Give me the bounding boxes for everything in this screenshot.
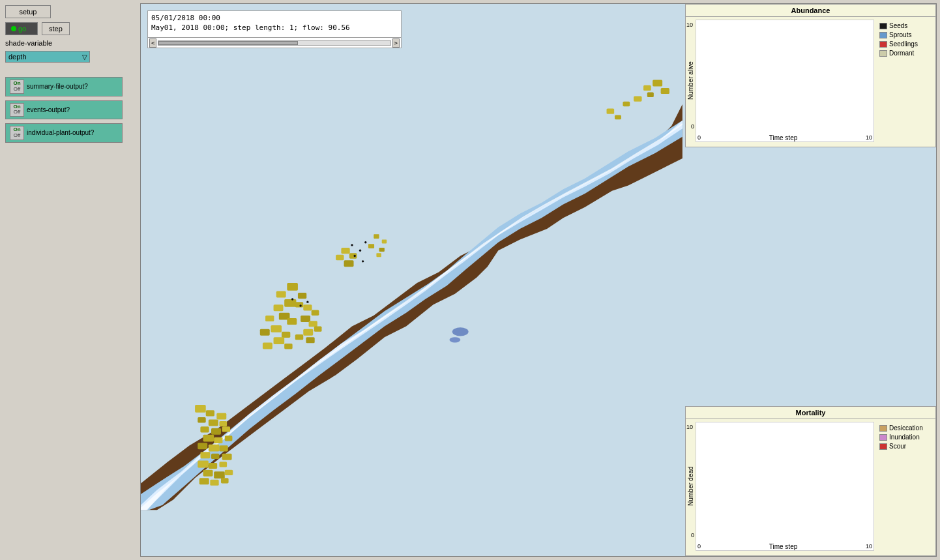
svg-rect-12 (623, 102, 630, 106)
sprouts-label: Sprouts (889, 31, 911, 38)
svg-rect-40 (216, 413, 226, 419)
svg-point-74 (351, 244, 353, 246)
mortality-chart-body: Number dead 10 0 0 Time step 10 Desiccat… (686, 419, 935, 553)
abundance-y-max: 10 (686, 22, 693, 28)
svg-rect-64 (221, 478, 229, 483)
legend-item-dormant: Dormant (879, 50, 933, 57)
main-visualization-area: 05/01/2018 00:00 May01, 2018 00:00; step… (140, 3, 937, 557)
svg-point-78 (362, 260, 364, 262)
svg-rect-46 (222, 426, 230, 432)
setup-button[interactable]: setup (5, 5, 51, 18)
svg-rect-10 (647, 93, 654, 97)
svg-rect-69 (374, 234, 379, 239)
individual-toggle-indicator: On Off (10, 126, 24, 140)
svg-point-6 (450, 337, 461, 342)
abundance-chart-title: Abundance (686, 5, 935, 17)
svg-point-5 (452, 327, 469, 336)
svg-rect-31 (312, 310, 319, 316)
svg-rect-49 (225, 435, 233, 441)
shade-select-wrapper[interactable]: depthvelocitynone (5, 51, 90, 63)
svg-rect-60 (214, 471, 225, 479)
svg-point-80 (299, 304, 301, 306)
inundation-color (879, 434, 887, 441)
summary-file-output-toggle[interactable]: On Off summary-file-output? (5, 77, 123, 96)
go-indicator (11, 26, 16, 31)
legend-item-seeds: Seeds (879, 22, 933, 29)
legend-item-desiccation: Desiccation (879, 424, 933, 432)
svg-rect-50 (198, 443, 207, 449)
svg-point-77 (354, 255, 356, 257)
seeds-label: Seeds (889, 22, 907, 29)
svg-rect-7 (653, 80, 662, 87)
inundation-label: Inundation (889, 434, 920, 441)
river-map (141, 4, 685, 556)
svg-rect-38 (195, 405, 206, 413)
svg-rect-9 (661, 88, 669, 94)
step-button[interactable]: step (42, 22, 70, 35)
desiccation-label: Desiccation (889, 424, 923, 432)
svg-rect-57 (209, 463, 217, 469)
desiccation-color (879, 425, 887, 432)
svg-rect-18 (284, 299, 296, 307)
svg-rect-45 (211, 428, 221, 435)
svg-rect-47 (203, 435, 214, 442)
abundance-y-min: 0 (691, 123, 694, 130)
abundance-chart-body: Number alive 10 0 0 Time step 10 Seeds S… (686, 17, 935, 145)
mortality-x-axis: 0 Time step 10 (696, 543, 874, 550)
mortality-y-max: 10 (686, 424, 693, 430)
scour-color (879, 443, 887, 450)
abundance-legend: Seeds Sprouts Seedlings Dormant (877, 17, 935, 145)
dormant-color (879, 50, 887, 57)
svg-rect-26 (260, 329, 270, 336)
svg-rect-68 (344, 260, 354, 267)
svg-rect-54 (211, 454, 219, 459)
svg-rect-43 (219, 421, 227, 426)
svg-point-75 (359, 250, 361, 252)
scour-label: Scour (889, 443, 906, 450)
svg-rect-70 (382, 240, 387, 244)
svg-rect-14 (615, 115, 621, 120)
legend-item-sprouts: Sprouts (879, 31, 933, 38)
svg-rect-73 (376, 253, 381, 257)
abundance-plot-area: 10 0 0 Time step 10 (696, 20, 874, 142)
svg-point-76 (364, 241, 366, 243)
mortality-x-label: Time step (769, 543, 798, 550)
svg-rect-36 (295, 334, 303, 340)
mortality-chart: Mortality Number dead 10 0 0 Time step 1… (685, 406, 936, 556)
go-step-row: go step (5, 22, 132, 35)
mortality-legend: Desiccation Inundation Scour (877, 419, 935, 553)
summary-toggle-indicator: On Off (10, 80, 24, 94)
svg-rect-61 (225, 470, 233, 475)
svg-rect-35 (303, 329, 313, 336)
svg-rect-34 (314, 327, 322, 332)
svg-rect-62 (199, 478, 209, 484)
mortality-x-min: 0 (698, 543, 701, 550)
mortality-x-max: 10 (866, 543, 872, 550)
abundance-chart: Abundance Number alive 10 0 0 Time step … (685, 4, 936, 147)
svg-rect-44 (200, 426, 209, 432)
legend-item-scour: Scour (879, 443, 933, 450)
abundance-x-axis: 0 Time step 10 (696, 134, 874, 141)
events-output-toggle[interactable]: On Off events-output? (5, 100, 123, 120)
seedlings-color (879, 41, 887, 48)
events-toggle-indicator: On Off (10, 103, 24, 117)
summary-file-output-label: summary-file-output? (27, 83, 88, 90)
svg-rect-17 (298, 293, 306, 299)
svg-rect-15 (287, 283, 298, 291)
events-output-label: events-output? (27, 106, 70, 113)
go-button[interactable]: go (5, 22, 38, 35)
abundance-x-min: 0 (698, 134, 701, 141)
left-panel: setup go step shade-variable depthveloci… (0, 0, 137, 560)
svg-rect-39 (206, 410, 214, 416)
individual-plant-output-toggle[interactable]: On Off individual-plant-output? (5, 123, 123, 143)
mortality-y-min: 0 (691, 532, 694, 538)
svg-rect-30 (303, 304, 312, 310)
svg-rect-67 (336, 255, 344, 260)
svg-rect-41 (198, 417, 205, 422)
shade-variable-label: shade-variable (5, 39, 132, 47)
shade-variable-select[interactable]: depthvelocitynone (5, 51, 90, 63)
svg-rect-29 (263, 342, 272, 349)
individual-plant-output-label: individual-plant-output? (27, 129, 94, 136)
svg-rect-22 (265, 316, 274, 321)
abundance-x-max: 10 (866, 134, 872, 141)
